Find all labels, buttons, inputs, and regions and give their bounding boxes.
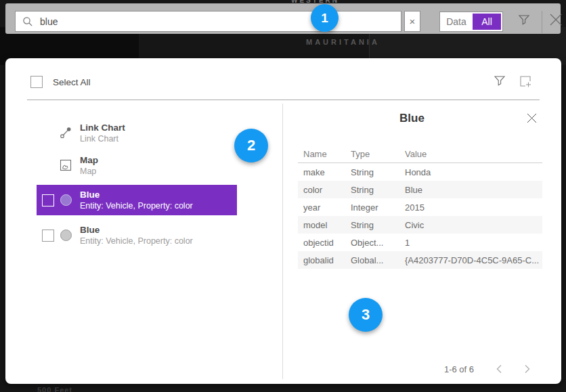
- filter-icon[interactable]: [517, 13, 531, 26]
- detail-title: Blue: [282, 112, 542, 125]
- table-row: make String Honda: [298, 163, 542, 181]
- data-all-toggle: Data All: [439, 12, 503, 32]
- callout-badge-3: 3: [349, 298, 383, 332]
- cell-name: make: [298, 167, 351, 177]
- table-row: year Integer 2015: [298, 198, 542, 216]
- cell-name: color: [298, 185, 351, 195]
- select-all-label: Select All: [53, 77, 91, 87]
- cell-name: model: [298, 220, 351, 230]
- chevron-right-icon[interactable]: [521, 364, 532, 374]
- select-all-checkbox[interactable]: [30, 76, 43, 88]
- cell-name: globalid: [298, 255, 351, 265]
- entity-circle-icon: [60, 194, 72, 206]
- cell-type: String: [351, 220, 405, 230]
- result-subtitle: Link Chart: [80, 133, 125, 144]
- cell-value: Honda: [405, 167, 542, 177]
- cell-value: Blue: [405, 185, 542, 195]
- table-header: Name Type Value: [298, 145, 542, 163]
- table-row: objectid Object... 1: [298, 234, 542, 251]
- detail-close-icon[interactable]: [526, 112, 538, 124]
- map-label-mauritania: MAURITANIA: [306, 38, 380, 46]
- map-icon: [60, 159, 72, 171]
- toolbar-divider: [542, 11, 542, 33]
- result-subtitle: Map: [80, 166, 98, 177]
- search-clear-button[interactable]: ×: [404, 11, 420, 32]
- link-chart-icon: [60, 127, 72, 139]
- result-title: Blue: [80, 224, 193, 236]
- toggle-option-data[interactable]: Data: [440, 16, 473, 27]
- cell-type: String: [351, 167, 405, 177]
- cell-value: 2015: [405, 202, 542, 213]
- result-title: Blue: [80, 189, 193, 200]
- panel-filter-icon[interactable]: [493, 74, 506, 87]
- add-selection-icon[interactable]: [518, 74, 533, 89]
- panel-divider: [282, 104, 283, 379]
- result-subtitle: Entity: Vehicle, Property: color: [80, 200, 193, 211]
- results-panel: Select All Link Chart Link Chart Map: [5, 58, 561, 384]
- chevron-left-icon[interactable]: [494, 364, 505, 374]
- cell-type: Object...: [351, 238, 405, 248]
- table-row: color String Blue: [298, 181, 542, 198]
- attribute-table: Name Type Value make String Honda color …: [298, 145, 542, 269]
- result-item-map[interactable]: Map Map: [37, 150, 237, 180]
- close-icon[interactable]: [548, 12, 564, 28]
- map-scale-label: 500 Feet: [37, 386, 72, 392]
- search-box[interactable]: [15, 11, 401, 32]
- cell-type: String: [351, 185, 405, 195]
- search-toolbar: × Data All: [5, 3, 561, 34]
- cell-value: 1: [405, 238, 542, 248]
- callout-badge-2: 2: [234, 129, 268, 162]
- column-value: Value: [405, 149, 542, 159]
- header-divider: [27, 100, 540, 100]
- result-item-blue[interactable]: Blue Entity: Vehicle, Property: color: [37, 220, 237, 251]
- callout-badge-1: 1: [311, 4, 339, 32]
- pagination-label: 1-6 of 6: [444, 364, 474, 374]
- cell-value: Civic: [405, 220, 542, 230]
- cell-type: Integer: [351, 202, 405, 213]
- entity-circle-icon: [60, 230, 72, 242]
- table-row: globalid Global... {A4203777-D70D-4C5C-9…: [298, 251, 542, 269]
- result-item-blue-selected[interactable]: Blue Entity: Vehicle, Property: color: [37, 185, 237, 215]
- screen: WESTERN MAURITANIA 500 Feet × Data All 1…: [0, 0, 566, 392]
- toggle-option-all[interactable]: All: [473, 14, 501, 30]
- cell-type: Global...: [351, 255, 405, 265]
- cell-value: {A4203777-D70D-4C5C-9A65-C...: [405, 255, 542, 265]
- result-title: Map: [80, 154, 98, 166]
- column-type: Type: [351, 149, 405, 159]
- cell-name: year: [298, 202, 351, 213]
- result-item-link-chart[interactable]: Link Chart Link Chart: [37, 118, 237, 148]
- result-checkbox[interactable]: [42, 194, 54, 206]
- cell-name: objectid: [298, 238, 351, 248]
- column-name: Name: [298, 149, 351, 159]
- result-subtitle: Entity: Vehicle, Property: color: [80, 236, 193, 246]
- clear-icon: ×: [410, 16, 416, 27]
- result-checkbox[interactable]: [42, 230, 54, 242]
- search-icon: [22, 16, 33, 27]
- result-title: Link Chart: [80, 122, 125, 133]
- table-row: model String Civic: [298, 216, 542, 234]
